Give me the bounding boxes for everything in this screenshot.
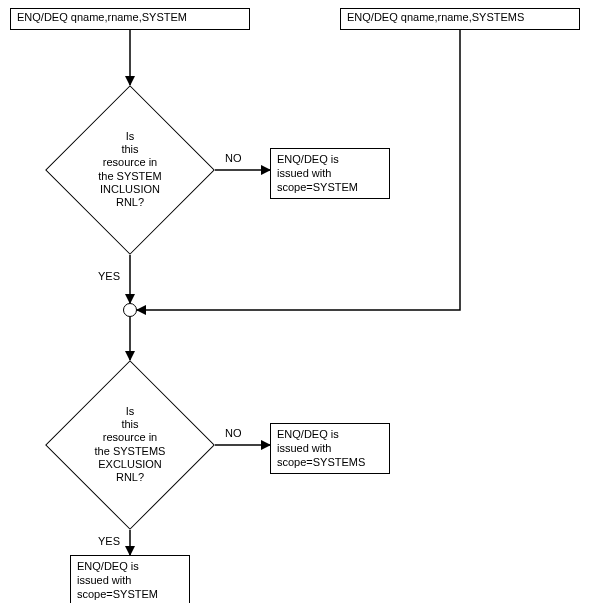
result-scope-systems-text: ENQ/DEQ is issued with scope=SYSTEMS xyxy=(277,428,365,468)
decision-inclusion-rnl xyxy=(45,85,215,255)
start-node-system-text: ENQ/DEQ qname,rname,SYSTEM xyxy=(17,11,187,23)
edge-label-d2-no: NO xyxy=(225,427,242,439)
connector-node xyxy=(123,303,137,317)
edges-layer xyxy=(0,0,600,603)
result-scope-system-2-text: ENQ/DEQ is issued with scope=SYSTEM xyxy=(77,560,158,600)
result-scope-system-1-text: ENQ/DEQ is issued with scope=SYSTEM xyxy=(277,153,358,193)
start-node-system: ENQ/DEQ qname,rname,SYSTEM xyxy=(10,8,250,30)
result-scope-system-2: ENQ/DEQ is issued with scope=SYSTEM xyxy=(70,555,190,603)
result-scope-system-1: ENQ/DEQ is issued with scope=SYSTEM xyxy=(270,148,390,199)
start-node-systems-text: ENQ/DEQ qname,rname,SYSTEMS xyxy=(347,11,524,23)
edge-label-d2-yes: YES xyxy=(98,535,120,547)
decision-exclusion-rnl xyxy=(45,360,215,530)
edge-label-d1-yes: YES xyxy=(98,270,120,282)
edge-label-d1-no: NO xyxy=(225,152,242,164)
flowchart-canvas: ENQ/DEQ qname,rname,SYSTEM ENQ/DEQ qname… xyxy=(0,0,600,603)
result-scope-systems: ENQ/DEQ is issued with scope=SYSTEMS xyxy=(270,423,390,474)
start-node-systems: ENQ/DEQ qname,rname,SYSTEMS xyxy=(340,8,580,30)
